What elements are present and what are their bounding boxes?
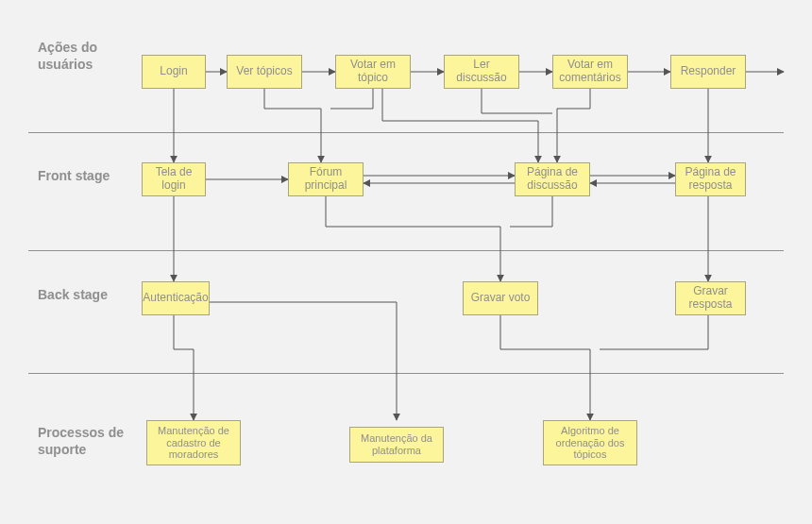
service-blueprint-diagram: Ações do usuários Front stage Back stage… — [0, 0, 812, 524]
node-votar-topico: Votar em tópico — [335, 55, 411, 89]
node-autenticacao: Autenticação — [142, 281, 210, 315]
node-login: Login — [142, 55, 206, 89]
divider-1 — [28, 132, 784, 133]
lane-label-front-stage: Front stage — [38, 168, 132, 185]
node-pagina-resposta: Página de resposta — [675, 162, 746, 196]
node-algoritmo-ordenacao: Algoritmo de ordenação dos tópicos — [543, 420, 637, 465]
node-manutencao-plataforma: Manutenção da plataforma — [349, 427, 444, 463]
node-votar-comentarios: Votar em comentários — [552, 55, 628, 89]
lane-label-support: Processos de suporte — [38, 425, 132, 458]
lane-label-back-stage: Back stage — [38, 287, 132, 304]
lane-label-user-actions: Ações do usuários — [38, 40, 132, 73]
node-pagina-discussao: Página de discussão — [515, 162, 590, 196]
node-tela-login: Tela de login — [142, 162, 206, 196]
node-ler-discussao: Ler discussão — [444, 55, 519, 89]
node-gravar-resposta: Gravar resposta — [675, 281, 746, 315]
divider-2 — [28, 250, 784, 251]
node-manutencao-cadastro: Manutenção de cadastro de moradores — [146, 420, 241, 465]
node-responder: Responder — [670, 55, 746, 89]
node-forum-principal: Fórum principal — [288, 162, 364, 196]
node-gravar-voto: Gravar voto — [463, 281, 538, 315]
divider-3 — [28, 373, 784, 374]
node-ver-topicos: Ver tópicos — [227, 55, 302, 89]
